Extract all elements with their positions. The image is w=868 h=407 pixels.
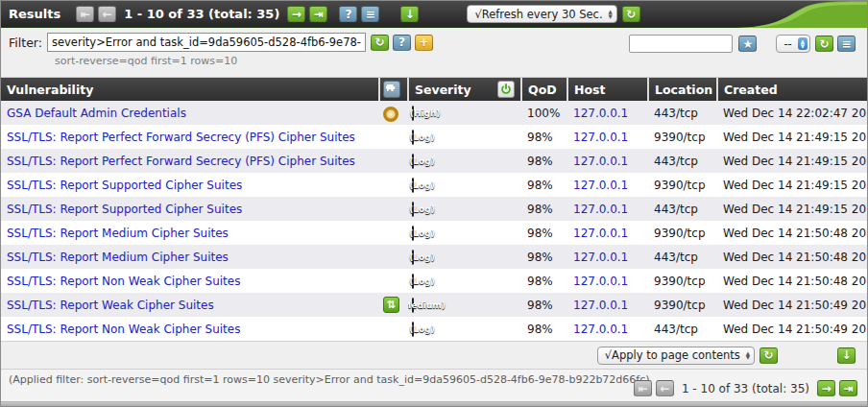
list-view-button[interactable]: ≡ [361, 6, 379, 22]
host-link[interactable]: 127.0.0.1 [573, 179, 628, 192]
vulnerability-link[interactable]: SSL/TLS: Report Medium Cipher Suites [7, 251, 229, 264]
host-link[interactable]: 127.0.0.1 [573, 203, 628, 216]
new-filter-button[interactable]: + [415, 35, 433, 51]
first-page-button[interactable]: ⇤ [634, 380, 652, 396]
qod-value: 98% [521, 149, 567, 173]
prev-icon: ← [103, 9, 112, 20]
vulnerability-link[interactable]: SSL/TLS: Report Supported Cipher Suites [7, 203, 242, 216]
table-row: SSL/TLS: Report Non Weak Cipher Suites 0… [1, 317, 867, 341]
switch-filter-button[interactable]: ↻ [815, 36, 833, 52]
vendorfix-icon: ⇅ [383, 297, 399, 313]
vulnerability-link[interactable]: SSL/TLS: Report Perfect Forward Secrecy … [7, 155, 355, 168]
location-value: 443/tcp [648, 317, 717, 341]
location-value: 9390/tcp [648, 221, 717, 245]
download-icon: ↓ [405, 9, 415, 20]
last-page-button[interactable]: ⇥ [839, 380, 857, 396]
filter-help-button[interactable]: ? [393, 35, 411, 51]
table-row: SSL/TLS: Report Supported Cipher Suites … [1, 173, 867, 197]
refresh-interval-select[interactable]: √Refresh every 30 Sec. ▲▼ [467, 5, 616, 23]
vulnerability-link[interactable]: SSL/TLS: Report Non Weak Cipher Suites [7, 323, 240, 336]
refresh-icon: ↻ [763, 349, 773, 361]
host-link[interactable]: 127.0.0.1 [573, 251, 628, 264]
footer: (Applied filter: sort-reverse=qod first=… [1, 369, 867, 401]
table-row: SSL/TLS: Report Perfect Forward Secrecy … [1, 149, 867, 173]
prev-page-button[interactable]: ← [656, 380, 674, 396]
location-value: 9390/tcp [648, 173, 717, 197]
severity-bar: 0.0 (Log) [412, 250, 414, 265]
table-row: SSL/TLS: Report Non Weak Cipher Suites 0… [1, 269, 867, 293]
help-icon: ? [345, 9, 351, 20]
download-icon: ↓ [841, 349, 851, 361]
qod-value: 98% [521, 197, 567, 221]
created-value: Wed Dec 14 21:49:15 2016 [717, 149, 867, 173]
export-button[interactable]: ↓ [837, 347, 856, 364]
prev-icon: ← [660, 383, 669, 395]
next-page-button[interactable]: → [817, 380, 835, 396]
column-header-qod[interactable]: QoD [521, 78, 567, 101]
prev-page-button[interactable]: ← [98, 6, 116, 22]
qod-value: 100% [521, 101, 567, 125]
select-stepper-icon: ▲▼ [798, 37, 808, 50]
next-icon: → [821, 383, 831, 395]
pagination-text: 1 - 10 of 33 (total: 35) [124, 7, 279, 21]
severity-bar: 10.0 (High) [412, 106, 414, 121]
vulnerability-link[interactable]: SSL/TLS: Report Perfect Forward Secrecy … [7, 131, 355, 144]
last-page-button[interactable]: ⇥ [309, 6, 327, 22]
severity-class-icon[interactable] [497, 81, 515, 98]
host-link[interactable]: 127.0.0.1 [573, 227, 628, 240]
severity-bar: 0.0 (Log) [412, 178, 414, 193]
saved-filter-select[interactable]: -- ▲▼ [776, 35, 810, 53]
host-link[interactable]: 127.0.0.1 [573, 131, 628, 144]
qod-value: 98% [521, 221, 567, 245]
host-link[interactable]: 127.0.0.1 [573, 155, 628, 168]
severity-bar: 0.0 (Log) [412, 202, 414, 217]
column-header-created[interactable]: Created [717, 78, 867, 101]
created-value: Wed Dec 14 21:50:49 2016 [717, 293, 867, 317]
column-header-location[interactable]: Location [648, 78, 717, 101]
vulnerability-link[interactable]: SSL/TLS: Report Non Weak Cipher Suites [7, 275, 240, 288]
saved-filter-value: -- [784, 37, 791, 51]
apply-refresh-button[interactable]: ↻ [760, 347, 778, 364]
filter-section: Filter: ↻ ? + sort-reverse=qod first=1 r… [1, 28, 867, 78]
host-link[interactable]: 127.0.0.1 [573, 323, 628, 336]
column-header-severity[interactable]: Severity [408, 78, 521, 101]
apply-to-select[interactable]: √Apply to page contents ▲▼ [597, 347, 755, 365]
download-button[interactable]: ↓ [400, 6, 419, 22]
location-value: 9390/tcp [648, 269, 717, 293]
first-page-button[interactable]: ⇤ [76, 6, 94, 22]
column-header-host[interactable]: Host [567, 78, 648, 101]
severity-bar: 0.0 (Log) [412, 154, 414, 169]
host-link[interactable]: 127.0.0.1 [573, 275, 628, 288]
vulnerability-link[interactable]: SSL/TLS: Report Supported Cipher Suites [7, 179, 242, 192]
named-filter-input[interactable] [629, 35, 733, 53]
vulnerability-link[interactable]: GSA Default Admin Credentials [7, 107, 186, 120]
filters-list-button[interactable]: ≡ [837, 36, 856, 52]
host-link[interactable]: 127.0.0.1 [573, 299, 628, 312]
created-value: Wed Dec 14 21:49:15 2016 [717, 173, 867, 197]
created-value: Wed Dec 14 21:50:48 2016 [717, 269, 867, 293]
help-button[interactable]: ? [339, 6, 357, 22]
column-header-solution-type[interactable] [379, 78, 408, 101]
host-link[interactable]: 127.0.0.1 [573, 107, 628, 120]
star-icon: ★ [743, 38, 754, 50]
new-filter-icon: + [419, 36, 428, 48]
titlebar: Results ⇤ ← 1 - 10 of 33 (total: 35) → ⇥… [1, 1, 867, 28]
footer-pagination: ⇤ ← 1 - 10 of 33 (total: 35) → ⇥ [632, 380, 859, 396]
refresh-button[interactable]: ↻ [622, 6, 640, 22]
column-header-vulnerability[interactable]: Vulnerability [1, 78, 379, 101]
apply-filter-button[interactable]: ↻ [371, 35, 389, 51]
save-filter-button[interactable]: ★ [738, 36, 757, 52]
page-title: Results [9, 7, 60, 21]
next-page-button[interactable]: → [287, 6, 305, 22]
filter-input[interactable] [47, 33, 366, 52]
location-value: 443/tcp [648, 149, 717, 173]
list-icon: ≡ [366, 9, 375, 20]
apply-to-value: √Apply to page contents [605, 348, 740, 362]
vulnerability-link[interactable]: SSL/TLS: Report Medium Cipher Suites [7, 227, 229, 240]
created-value: Wed Dec 14 21:50:49 2016 [717, 317, 867, 341]
corner-decoration [733, 1, 867, 28]
qod-value: 98% [521, 293, 567, 317]
pagination-text: 1 - 10 of 33 (total: 35) [682, 382, 809, 395]
table-row: SSL/TLS: Report Medium Cipher Suites 0.0… [1, 221, 867, 245]
vulnerability-link[interactable]: SSL/TLS: Report Weak Cipher Suites [7, 299, 214, 312]
